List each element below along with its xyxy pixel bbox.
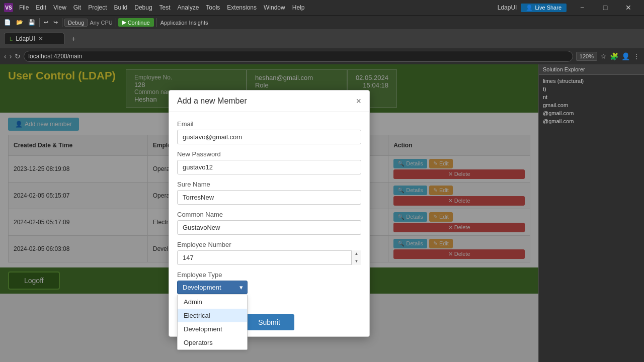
toolbar-new[interactable]: 📄 (2, 18, 13, 27)
toolbar-debug-mode[interactable]: Debug (64, 19, 88, 27)
submit-button[interactable]: Submit (244, 314, 294, 330)
emp-type-select[interactable]: Development ▾ (177, 281, 248, 294)
emp-number-label: Employee Number (177, 241, 361, 248)
bookmark-icon[interactable]: ☆ (600, 52, 607, 60)
password-input[interactable] (177, 160, 361, 174)
menu-project[interactable]: Project (85, 3, 110, 12)
liveshare-icon: 👤 (526, 5, 533, 11)
email-label: Email (177, 120, 361, 128)
emp-number-group: Employee Number ▲ ▼ (177, 241, 361, 265)
liveshare-button[interactable]: 👤 Live Share (521, 4, 567, 12)
new-tab-button[interactable]: + (67, 33, 79, 45)
solution-explorer-header: Solution Explorer (539, 64, 644, 75)
toolbar-save[interactable]: 💾 (26, 18, 37, 27)
vs-titlebar: VS File Edit View Git Project Build Debu… (0, 0, 644, 15)
number-spinners: ▲ ▼ (351, 250, 361, 265)
zoom-badge: 120% (576, 52, 597, 61)
url-bar: ‹ › ↻ 120% ☆ 🧩 👤 ⋮ (0, 48, 644, 64)
solution-explorer-content: limes (structural) t) nt gmail.com @gmai… (539, 75, 644, 127)
menu-file[interactable]: File (16, 3, 32, 12)
url-action-icons: ☆ 🧩 👤 ⋮ (600, 52, 640, 60)
menu-test[interactable]: Test (156, 3, 174, 12)
se-item-5: @gmail.com (543, 117, 640, 125)
toolbar-appinsights[interactable]: Application Insights (158, 19, 210, 27)
toolbar-undo[interactable]: ↩ (42, 18, 50, 27)
menu-view[interactable]: View (50, 3, 69, 12)
number-input-wrap: ▲ ▼ (177, 250, 361, 265)
common-name-input[interactable] (177, 220, 361, 235)
menu-analyze[interactable]: Analyze (175, 3, 202, 12)
close-button[interactable]: ✕ (617, 0, 640, 15)
se-item-4: @gmail.com (543, 109, 640, 117)
toolbar-open[interactable]: 📂 (14, 18, 25, 27)
window-controls: − □ ✕ (571, 0, 640, 15)
extensions-icon[interactable]: 🧩 (610, 52, 618, 60)
profile-icon[interactable]: 👤 (621, 52, 630, 60)
se-item-2: nt (543, 93, 640, 101)
browser-tab-ldapui[interactable]: L LdapUI ✕ (4, 33, 64, 44)
sure-name-label: Sure Name (177, 180, 361, 188)
run-label: Continue (128, 20, 150, 26)
dropdown-arrow-icon: ▾ (239, 284, 243, 291)
emp-number-input[interactable] (177, 250, 361, 265)
forward-button[interactable]: › (10, 52, 12, 60)
run-icon: ▶ (122, 19, 126, 26)
app-name: LdapUI (498, 4, 517, 11)
dropdown-option-development[interactable]: Development (178, 322, 247, 336)
menu-window[interactable]: Window (261, 3, 288, 12)
emp-type-dropdown-wrap: Development ▾ Admin Electrical Developme… (177, 281, 361, 294)
email-input[interactable] (177, 130, 361, 144)
menu-help[interactable]: Help (289, 3, 308, 12)
modal-title: Add a new Member (177, 97, 247, 106)
se-item-1: t) (543, 85, 640, 93)
tab-favicon: L (10, 36, 13, 42)
menu-build[interactable]: Build (111, 3, 131, 12)
tab-close-icon[interactable]: ✕ (38, 35, 43, 42)
url-input[interactable] (24, 51, 573, 62)
emp-type-group: Employee Type Development ▾ Admin Electr… (177, 271, 361, 294)
toolbar-run[interactable]: ▶ Continue (118, 18, 154, 27)
emp-type-label: Employee Type (177, 271, 361, 279)
emp-type-dropdown-menu: Admin Electrical Development Operators (177, 295, 248, 350)
modal-body: Email New Password Sure Name Common Name (169, 112, 369, 308)
modal-close-button[interactable]: × (356, 97, 361, 106)
se-item-3: gmail.com (543, 101, 640, 109)
menu-tools[interactable]: Tools (203, 3, 223, 12)
menu-edit[interactable]: Edit (33, 3, 49, 12)
liveshare-label: Live Share (535, 5, 561, 11)
back-button[interactable]: ‹ (4, 52, 7, 60)
menu-debug[interactable]: Debug (131, 3, 155, 12)
modal-overlay: Add a new Member × Email New Password Su… (0, 64, 538, 362)
vs-toolbar: 📄 📂 💾 ↩ ↪ Debug Any CPU ▶ Continue Appli… (0, 15, 644, 29)
titlebar-right: LdapUI 👤 Live Share − □ ✕ (498, 0, 640, 15)
menu-icon[interactable]: ⋮ (633, 52, 640, 60)
add-member-modal: Add a new Member × Email New Password Su… (169, 90, 370, 337)
dropdown-option-operators[interactable]: Operators (178, 336, 247, 349)
maximize-button[interactable]: □ (594, 0, 617, 15)
common-name-field-label: Common Name (177, 211, 361, 218)
spin-down[interactable]: ▼ (352, 257, 361, 265)
sure-name-group: Sure Name (177, 180, 361, 205)
common-name-group: Common Name (177, 211, 361, 235)
browser-content: User Control (LDAP) Employee No. 128 Com… (0, 64, 538, 362)
dropdown-option-admin[interactable]: Admin (178, 295, 247, 309)
spin-up[interactable]: ▲ (352, 250, 361, 258)
sure-name-input[interactable] (177, 190, 361, 205)
dropdown-option-electrical[interactable]: Electrical (178, 309, 247, 322)
vs-menu: File Edit View Git Project Build Debug T… (16, 3, 307, 12)
minimize-button[interactable]: − (571, 0, 594, 15)
reload-button[interactable]: ↻ (15, 52, 21, 60)
se-item-0: limes (structural) (543, 77, 640, 85)
browser-tabbar: L LdapUI ✕ + (0, 29, 644, 48)
modal-header: Add a new Member × (169, 90, 369, 112)
solution-explorer-panel: Solution Explorer limes (structural) t) … (538, 64, 644, 362)
tab-title: LdapUI (16, 35, 35, 42)
solution-explorer-title: Solution Explorer (543, 66, 585, 72)
email-group: Email (177, 120, 361, 144)
password-group: New Password (177, 150, 361, 174)
menu-extensions[interactable]: Extensions (224, 3, 260, 12)
password-label: New Password (177, 150, 361, 158)
menu-git[interactable]: Git (70, 3, 84, 12)
toolbar-redo[interactable]: ↪ (51, 18, 60, 27)
toolbar-cpu: Any CPU (90, 20, 112, 26)
